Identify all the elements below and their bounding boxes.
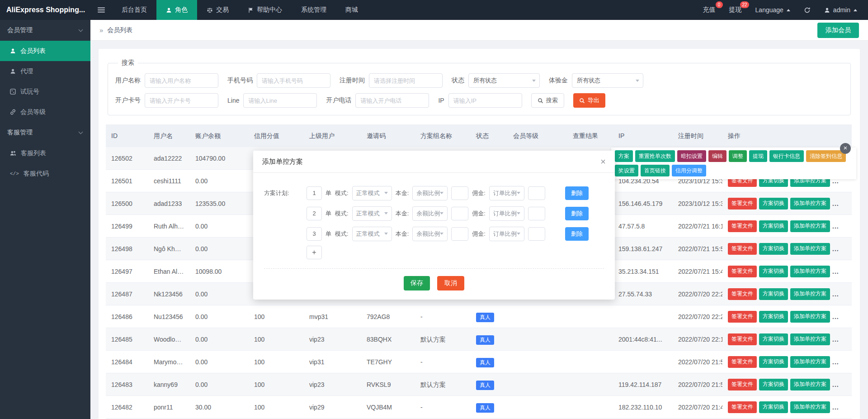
sidebar-section-member-management[interactable]: 会员管理 — [0, 20, 90, 41]
open-phone-input[interactable] — [355, 93, 429, 108]
ip-input[interactable] — [448, 93, 522, 108]
principal-value-input[interactable] — [451, 186, 468, 200]
mode-select[interactable]: 正常模式 — [352, 186, 392, 200]
sign-file-button[interactable]: 签署文件 — [728, 311, 757, 323]
plan-switch-button[interactable]: 方案切换 — [759, 311, 788, 323]
export-button[interactable]: 导出 — [573, 93, 605, 108]
more-actions-button[interactable]: ... — [832, 215, 839, 237]
row-menu-button[interactable]: 奖设置 — [615, 165, 638, 176]
nav-help-center[interactable]: 帮助中心 — [238, 0, 292, 20]
sidebar-item-member-list[interactable]: 会员列表 — [0, 41, 90, 61]
nav-mall[interactable]: 商城 — [336, 0, 368, 20]
reg-time-input[interactable] — [369, 73, 443, 88]
commission-type-select[interactable]: 订单比例 — [489, 227, 524, 241]
recharge-link[interactable]: 充值 0 — [703, 6, 716, 14]
plan-number-input[interactable] — [307, 207, 322, 220]
principal-type-select[interactable]: 余额比例 — [412, 186, 448, 200]
add-single-plan-button[interactable]: 添加单控方案 — [790, 266, 830, 277]
sign-file-button[interactable]: 签署文件 — [728, 266, 757, 277]
add-single-plan-button[interactable]: 添加单控方案 — [790, 243, 830, 255]
row-menu-button[interactable]: 提现 — [749, 150, 767, 162]
admin-menu[interactable]: admin — [824, 6, 857, 14]
sign-file-button[interactable]: 签署文件 — [728, 401, 757, 413]
nav-trade[interactable]: 交易 — [197, 0, 238, 20]
sidebar-item-service-list[interactable]: 客服列表 — [0, 143, 90, 163]
withdraw-link[interactable]: 提现 22 — [729, 6, 742, 14]
row-menu-button[interactable]: 银行卡信息 — [769, 150, 804, 162]
delete-plan-button[interactable]: 删除 — [565, 186, 589, 200]
commission-value-input[interactable] — [528, 207, 545, 220]
add-single-plan-button[interactable]: 添加单控方案 — [790, 220, 830, 232]
plan-switch-button[interactable]: 方案切换 — [759, 379, 788, 390]
add-single-plan-button[interactable]: 添加单控方案 — [790, 198, 830, 210]
more-actions-button[interactable]: ... — [832, 283, 839, 305]
mode-select[interactable]: 正常模式 — [352, 227, 392, 241]
phone-input[interactable] — [257, 73, 330, 88]
trial-money-select[interactable]: 所有状态 — [572, 73, 643, 88]
more-actions-button[interactable]: ... — [832, 305, 839, 328]
commission-value-input[interactable] — [528, 227, 545, 241]
sidebar-item-member-level[interactable]: 会员等级 — [0, 102, 90, 122]
card-no-input[interactable] — [145, 93, 218, 108]
more-actions-button[interactable]: ... — [832, 260, 839, 282]
delete-plan-button[interactable]: 删除 — [565, 227, 589, 241]
row-menu-button[interactable]: 暗扣设置 — [677, 150, 706, 162]
sign-file-button[interactable]: 签署文件 — [728, 288, 757, 300]
principal-type-select[interactable]: 余额比例 — [412, 206, 448, 221]
plan-number-input[interactable] — [307, 227, 322, 241]
row-menu-button[interactable]: 首页链接 — [641, 165, 670, 176]
nav-roles[interactable]: 角色 — [156, 0, 197, 20]
more-actions-button[interactable]: ... — [832, 192, 839, 214]
principal-value-input[interactable] — [451, 227, 468, 241]
nav-system[interactable]: 系统管理 — [292, 0, 336, 20]
more-actions-button[interactable]: ... — [832, 351, 839, 373]
commission-value-input[interactable] — [528, 186, 545, 200]
sidebar-item-trial-account[interactable]: 试玩号 — [0, 81, 90, 102]
sidebar-item-service-code[interactable]: </> 客服代码 — [0, 163, 90, 184]
line-input[interactable] — [243, 93, 317, 108]
save-button[interactable]: 保存 — [404, 276, 430, 290]
language-menu[interactable]: Language — [755, 6, 790, 14]
status-select[interactable]: 所有状态 — [468, 73, 540, 88]
row-menu-button[interactable]: 重置抢单次数 — [635, 150, 675, 162]
close-icon[interactable]: × — [840, 143, 851, 154]
commission-type-select[interactable]: 订单比例 — [489, 206, 524, 221]
delete-plan-button[interactable]: 删除 — [565, 207, 589, 220]
sign-file-button[interactable]: 签署文件 — [728, 198, 757, 210]
menu-toggle-icon[interactable] — [90, 0, 112, 20]
add-single-plan-button[interactable]: 添加单控方案 — [790, 288, 830, 300]
plan-switch-button[interactable]: 方案切换 — [759, 333, 788, 345]
row-menu-button[interactable]: 方案 — [615, 150, 633, 162]
plan-switch-button[interactable]: 方案切换 — [759, 220, 788, 232]
sign-file-button[interactable]: 签署文件 — [728, 379, 757, 390]
sign-file-button[interactable]: 签署文件 — [728, 220, 757, 232]
more-actions-button[interactable]: ... — [832, 328, 839, 350]
sidebar-item-agent[interactable]: 代理 — [0, 61, 90, 81]
commission-type-select[interactable]: 订单比例 — [489, 186, 524, 200]
sidebar-section-service-management[interactable]: 客服管理 — [0, 122, 90, 143]
plan-switch-button[interactable]: 方案切换 — [759, 401, 788, 413]
plan-switch-button[interactable]: 方案切换 — [759, 198, 788, 210]
nav-dashboard[interactable]: 后台首页 — [112, 0, 156, 20]
close-icon[interactable]: × — [600, 157, 606, 166]
add-single-plan-button[interactable]: 添加单控方案 — [790, 311, 830, 323]
more-actions-button[interactable]: ... — [832, 238, 839, 260]
cancel-button[interactable]: 取消 — [437, 276, 464, 290]
row-menu-button[interactable]: 信用分调整 — [672, 165, 706, 176]
plan-switch-button[interactable]: 方案切换 — [759, 288, 788, 300]
add-plan-row-button[interactable]: + — [307, 246, 322, 259]
add-single-plan-button[interactable]: 添加单控方案 — [790, 401, 830, 413]
add-single-plan-button[interactable]: 添加单控方案 — [790, 356, 830, 368]
plan-switch-button[interactable]: 方案切换 — [759, 243, 788, 255]
sign-file-button[interactable]: 签署文件 — [728, 356, 757, 368]
plan-switch-button[interactable]: 方案切换 — [759, 356, 788, 368]
row-menu-button[interactable]: 清除签到信息 — [806, 150, 846, 162]
add-member-button[interactable]: 添加会员 — [817, 23, 859, 38]
sign-file-button[interactable]: 签署文件 — [728, 243, 757, 255]
more-actions-button[interactable]: ... — [832, 373, 839, 395]
plan-number-input[interactable] — [307, 186, 322, 200]
mode-select[interactable]: 正常模式 — [352, 206, 392, 221]
more-actions-button[interactable]: ... — [832, 396, 839, 418]
search-button[interactable]: 搜索 — [531, 93, 564, 108]
add-single-plan-button[interactable]: 添加单控方案 — [790, 333, 830, 345]
